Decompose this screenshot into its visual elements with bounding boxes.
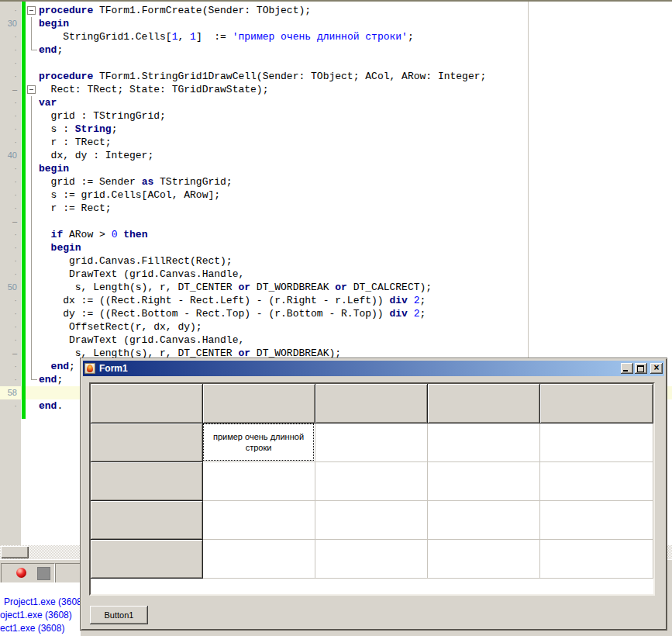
code-line-39[interactable]: · r : TRect; <box>0 136 672 149</box>
stop-indicator-icon <box>37 567 50 580</box>
gutter-marker: · <box>0 373 17 386</box>
log-line: Project1.exe (3608) <box>0 596 81 609</box>
fold-line <box>31 136 32 149</box>
code-line-37[interactable]: · grid : TStringGrid; <box>0 109 672 123</box>
minimize-button[interactable] <box>621 363 633 374</box>
grid-fixed-cell[interactable] <box>315 384 428 423</box>
code-text: s := grid.Cells[ACol, ARow]; <box>39 188 220 202</box>
fold-line <box>31 149 32 162</box>
log-line: oject1.exe (3608) <box>0 609 81 622</box>
fold-collapse-icon[interactable] <box>27 85 36 94</box>
code-text: r := Rect; <box>39 202 112 215</box>
fold-line <box>31 360 32 373</box>
fold-line <box>31 268 32 281</box>
code-line-44[interactable]: · r := Rect; <box>0 202 672 215</box>
code-text: end; <box>39 373 63 386</box>
gutter-marker: · <box>0 360 17 373</box>
code-text: OffsetRect(r, dx, dy); <box>39 320 202 334</box>
gutter-marker: · <box>0 136 17 149</box>
code-line-42[interactable]: · grid := Sender as TStringGrid; <box>0 175 672 188</box>
grid-fixed-cell[interactable] <box>91 384 203 423</box>
code-text: begin <box>39 17 69 30</box>
code-text: Rect: TRect; State: TGridDrawState); <box>39 83 268 96</box>
window-titlebar[interactable]: Form1 × <box>83 361 664 376</box>
code-line-52[interactable]: · dy := ((Rect.Bottom - Rect.Top) - (r.B… <box>0 307 672 320</box>
grid-fixed-cell[interactable] <box>91 540 203 579</box>
scrollbar-thumb[interactable] <box>1 546 29 558</box>
grid-cell[interactable] <box>315 501 428 540</box>
gutter-marker: – <box>0 83 17 96</box>
fold-line <box>31 109 32 123</box>
fold-line <box>31 307 32 320</box>
fold-line <box>31 123 32 136</box>
fold-collapse-icon[interactable] <box>27 6 36 15</box>
grid-cell[interactable] <box>540 540 653 579</box>
code-line-46[interactable]: · if ARow > 0 then <box>0 228 672 241</box>
grid-cell[interactable] <box>315 423 428 462</box>
code-line-33[interactable]: · <box>0 57 672 70</box>
fold-line <box>31 202 32 215</box>
grid-fixed-cell[interactable] <box>91 423 203 462</box>
grid-fixed-cell[interactable] <box>203 384 315 423</box>
grid-cell[interactable] <box>540 501 653 540</box>
code-text: DrawText (grid.Canvas.Handle, <box>39 334 244 347</box>
gutter-marker: · <box>0 4 17 17</box>
grid-cell[interactable] <box>203 462 315 501</box>
fold-line <box>31 334 32 347</box>
maximize-button[interactable] <box>635 363 647 374</box>
grid-fixed-cell[interactable] <box>91 501 203 540</box>
grid-cell[interactable] <box>203 501 315 540</box>
grid-focused-cell-text: пример очень длинной строки <box>203 423 314 461</box>
grid-fixed-cell[interactable] <box>428 384 540 423</box>
close-button[interactable]: × <box>650 363 663 374</box>
code-line-40[interactable]: 40 dx, dy : Integer; <box>0 149 672 162</box>
grid-cell[interactable] <box>315 540 428 579</box>
grid-cell[interactable] <box>428 423 540 462</box>
ide-screen: ·procedure TForm1.FormCreate(Sender: TOb… <box>0 0 672 636</box>
code-line-51[interactable]: · dx := ((Rect.Right - Rect.Left) - (r.R… <box>0 294 672 307</box>
string-grid[interactable]: пример очень длинной строки <box>89 382 655 596</box>
code-line-48[interactable]: · grid.Canvas.FillRect(Rect); <box>0 254 672 268</box>
code-line-34[interactable]: ·procedure TForm1.StringGrid1DrawCell(Se… <box>0 70 672 83</box>
grid-cell[interactable] <box>428 462 540 501</box>
code-line-45[interactable]: – <box>0 215 672 228</box>
fold-line <box>31 162 32 175</box>
code-line-54[interactable]: · DrawText (grid.Canvas.Handle, <box>0 334 672 347</box>
grid-cell[interactable] <box>428 501 540 540</box>
gutter-marker: · <box>0 254 17 268</box>
gutter-marker: · <box>0 70 17 83</box>
gutter-marker: · <box>0 57 17 70</box>
code-text: dx := ((Rect.Right - Rect.Left) - (r.Rig… <box>39 294 426 307</box>
grid-cell[interactable]: пример очень длинной строки <box>203 423 315 462</box>
code-line-30[interactable]: 30begin <box>0 17 672 30</box>
code-line-49[interactable]: · DrawText (grid.Canvas.Handle, <box>0 268 672 281</box>
grid-fixed-cell[interactable] <box>540 384 653 423</box>
code-line-31[interactable]: · StringGrid1.Cells[1, 1] := 'пример оче… <box>0 30 672 43</box>
grid-cell[interactable] <box>203 540 315 579</box>
grid-fixed-cell[interactable] <box>91 462 203 501</box>
code-line-38[interactable]: · s : String; <box>0 123 672 136</box>
grid-cell[interactable] <box>540 423 653 462</box>
code-line-43[interactable]: · s := grid.Cells[ACol, ARow]; <box>0 188 672 202</box>
gutter-marker: · <box>0 202 17 215</box>
code-line-36[interactable]: ·var <box>0 96 672 109</box>
code-line-50[interactable]: 50 s, Length(s), r, DT_CENTER or DT_WORD… <box>0 281 672 294</box>
code-line-47[interactable]: · begin <box>0 241 672 254</box>
gutter-marker: · <box>0 320 17 334</box>
code-line-35[interactable]: – Rect: TRect; State: TGridDrawState); <box>0 83 672 96</box>
code-line-41[interactable]: ·begin <box>0 162 672 175</box>
fold-line <box>31 320 32 334</box>
code-line-29[interactable]: ·procedure TForm1.FormCreate(Sender: TOb… <box>0 4 672 17</box>
code-line-32[interactable]: ·end; <box>0 43 672 57</box>
grid-cell[interactable] <box>428 540 540 579</box>
log-line: ect1.exe (3608) <box>0 622 81 635</box>
button1[interactable]: Button1 <box>90 606 148 624</box>
gutter-marker: · <box>0 241 17 254</box>
gutter-marker: 58 <box>0 386 17 399</box>
event-log: Project1.exe (3608) oject1.exe (3608) ec… <box>0 582 81 636</box>
code-line-53[interactable]: · OffsetRect(r, dx, dy); <box>0 320 672 334</box>
fold-line <box>31 30 32 43</box>
grid-cell[interactable] <box>315 462 428 501</box>
code-text: s : String; <box>39 123 117 136</box>
grid-cell[interactable] <box>540 462 653 501</box>
